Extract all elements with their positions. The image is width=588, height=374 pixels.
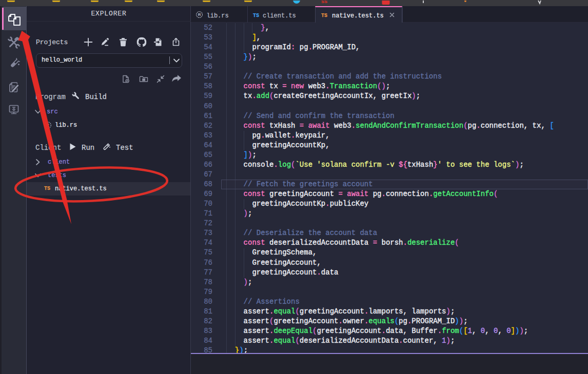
svg-text:R: R: [46, 123, 49, 128]
svg-text:R: R: [198, 12, 201, 17]
svg-text:ss: ss: [321, 1, 327, 4]
